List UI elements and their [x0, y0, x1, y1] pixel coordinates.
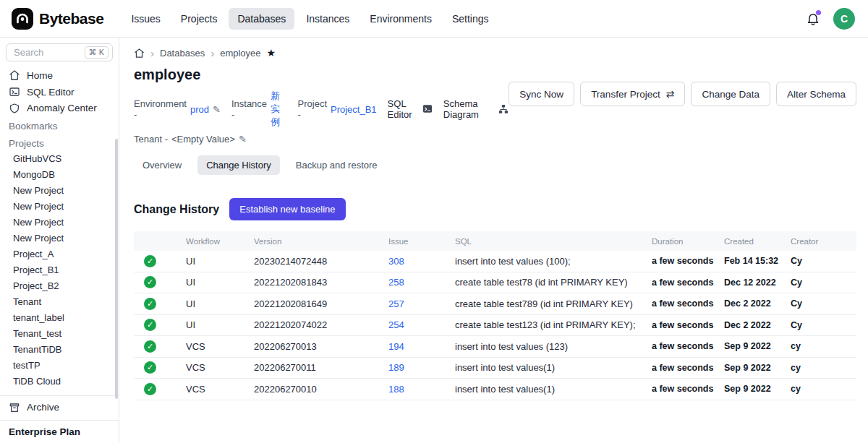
creator-cell: cy: [785, 363, 856, 373]
creator-cell: Cy: [785, 278, 856, 288]
issue-link[interactable]: 308: [388, 256, 404, 267]
nav-item-databases[interactable]: Databases: [229, 8, 294, 30]
plan-label: Enterprise Plan: [9, 426, 80, 437]
main-nav: IssuesProjectsDatabasesInstancesEnvironm…: [122, 8, 497, 30]
duration-cell: a few seconds: [646, 256, 718, 266]
sidebar-scrollbar[interactable]: [115, 139, 118, 399]
sidebar-project-item[interactable]: GitHubVCS: [0, 151, 119, 167]
breadcrumb-home-icon[interactable]: [134, 48, 145, 59]
nav-item-projects[interactable]: Projects: [172, 8, 226, 30]
duration-cell: a few seconds: [646, 363, 718, 373]
column-header: SQL: [449, 237, 646, 246]
sidebar-item-archive[interactable]: Archive: [0, 399, 119, 416]
transfer-project-button[interactable]: Transfer Project⇄: [580, 82, 685, 106]
chevron-right-icon: ›: [150, 48, 154, 59]
table-row[interactable]: ✓VCS202206270010188insert into test valu…: [134, 379, 856, 400]
transfer-icon: ⇄: [666, 88, 675, 100]
tenant-meta: Tenant - <Empty Value> ✎: [134, 134, 247, 145]
sidebar-project-item[interactable]: Project_B2: [0, 278, 119, 294]
issue-link[interactable]: 188: [388, 384, 404, 395]
workflow-cell: UI: [180, 319, 248, 330]
tab-overview[interactable]: Overview: [134, 155, 190, 175]
table-row[interactable]: ✓VCS202206270013194insert into test valu…: [134, 336, 856, 358]
version-cell: 202206270010: [248, 384, 383, 395]
projects-section-label[interactable]: Projects: [0, 134, 119, 151]
bookmarks-section-label[interactable]: Bookmarks: [0, 116, 119, 134]
page-title: employee: [134, 66, 509, 83]
sidebar-project-item[interactable]: New Project: [0, 199, 119, 215]
issue-link[interactable]: 194: [388, 341, 404, 352]
version-cell: 20221202081649: [248, 298, 383, 309]
sidebar-project-item[interactable]: TenantTiDB: [0, 342, 119, 358]
button-label: Sync Now: [519, 89, 563, 100]
environment-link[interactable]: prod: [190, 104, 209, 115]
nav-item-settings[interactable]: Settings: [443, 8, 498, 30]
sidebar-project-item[interactable]: New Project: [0, 231, 119, 246]
sidebar-project-item[interactable]: Project_B1: [0, 262, 119, 278]
table-row[interactable]: ✓UI20221202081649257create table test789…: [134, 293, 856, 315]
issue-link[interactable]: 189: [388, 362, 404, 373]
column-header: Created: [718, 237, 785, 246]
sidebar-item-sql-editor[interactable]: SQL Editor: [0, 84, 119, 100]
sql-editor-link[interactable]: SQL Editor: [388, 98, 433, 120]
favorite-star-icon[interactable]: ★: [267, 47, 276, 59]
sidebar-project-item[interactable]: testTP: [0, 358, 119, 374]
project-link[interactable]: Project_B1: [331, 104, 377, 115]
sidebar-divider: [0, 395, 119, 396]
brand[interactable]: Bytebase: [12, 8, 103, 30]
created-cell: Dec 2 2022: [718, 320, 785, 330]
sidebar-project-item[interactable]: TiDB Cloud: [0, 374, 119, 390]
establish-new-baseline-button[interactable]: Establish new baseline: [229, 198, 345, 220]
sidebar-item-home[interactable]: Home: [0, 67, 119, 84]
duration-cell: a few seconds: [646, 278, 718, 288]
creator-cell: Cy: [785, 320, 856, 330]
sidebar-project-item[interactable]: tenant_label: [0, 310, 119, 326]
change-data-button[interactable]: Change Data: [691, 82, 770, 106]
notification-bell-icon[interactable]: [806, 12, 820, 26]
alter-schema-button[interactable]: Alter Schema: [776, 82, 856, 106]
nav-item-environments[interactable]: Environments: [361, 8, 441, 30]
table-row[interactable]: ✓UI20230214072448308insert into test val…: [134, 251, 856, 272]
table-row[interactable]: ✓UI20221202074022254create table test123…: [134, 315, 856, 337]
sidebar-project-item[interactable]: Tenant_test: [0, 326, 119, 342]
version-cell: 202206270013: [248, 341, 383, 352]
tab-backup-and-restore[interactable]: Backup and restore: [287, 155, 386, 175]
avatar[interactable]: C: [833, 8, 855, 30]
success-check-icon: ✓: [144, 361, 156, 374]
tab-change-history[interactable]: Change History: [197, 155, 280, 175]
issue-link[interactable]: 258: [388, 277, 404, 288]
tenant-value: <Empty Value>: [171, 134, 235, 145]
button-label: Change Data: [702, 89, 760, 100]
search-input[interactable]: Search ⌘ K: [6, 43, 113, 61]
sidebar-project-item[interactable]: Tenant: [0, 294, 119, 310]
issue-link[interactable]: 257: [388, 298, 404, 309]
version-cell: 20221202081843: [248, 277, 383, 288]
version-cell: 202206270011: [248, 362, 383, 373]
sidebar-project-item[interactable]: Project_A: [0, 246, 119, 262]
issue-cell: 188: [383, 384, 449, 395]
edit-tenant-pencil-icon[interactable]: ✎: [239, 134, 247, 145]
notification-dot: [816, 10, 821, 15]
table-row[interactable]: ✓UI20221202081843258create table test78 …: [134, 272, 856, 294]
duration-cell: a few seconds: [646, 298, 718, 309]
breadcrumb-item-employee[interactable]: employee: [220, 48, 260, 59]
schema-diagram-link[interactable]: Schema Diagram: [443, 98, 509, 120]
instance-link[interactable]: 新实例: [271, 90, 286, 129]
sql-cell: create table test789 (id int PRIMARY KEY…: [449, 298, 646, 309]
nav-item-issues[interactable]: Issues: [122, 8, 169, 30]
sync-now-button[interactable]: Sync Now: [509, 82, 574, 106]
nav-item-instances[interactable]: Instances: [297, 8, 358, 30]
edit-environment-pencil-icon[interactable]: ✎: [213, 104, 221, 115]
breadcrumb-item-databases[interactable]: Databases: [160, 48, 205, 59]
history-table-body: ✓UI20230214072448308insert into test val…: [134, 251, 856, 400]
created-cell: Sep 9 2022: [718, 384, 785, 394]
creator-cell: cy: [785, 384, 856, 394]
sidebar-project-item[interactable]: MongoDB: [0, 167, 119, 183]
sidebar-item-anomaly-center[interactable]: Anomaly Center: [0, 100, 119, 117]
project-meta: Project - Project_B1: [298, 98, 377, 120]
table-row[interactable]: ✓VCS202206270011189insert into test valu…: [134, 358, 856, 379]
issue-link[interactable]: 254: [388, 319, 404, 330]
issue-cell: 257: [383, 298, 449, 309]
sidebar-project-item[interactable]: New Project: [0, 183, 119, 199]
sidebar-project-item[interactable]: New Project: [0, 215, 119, 231]
